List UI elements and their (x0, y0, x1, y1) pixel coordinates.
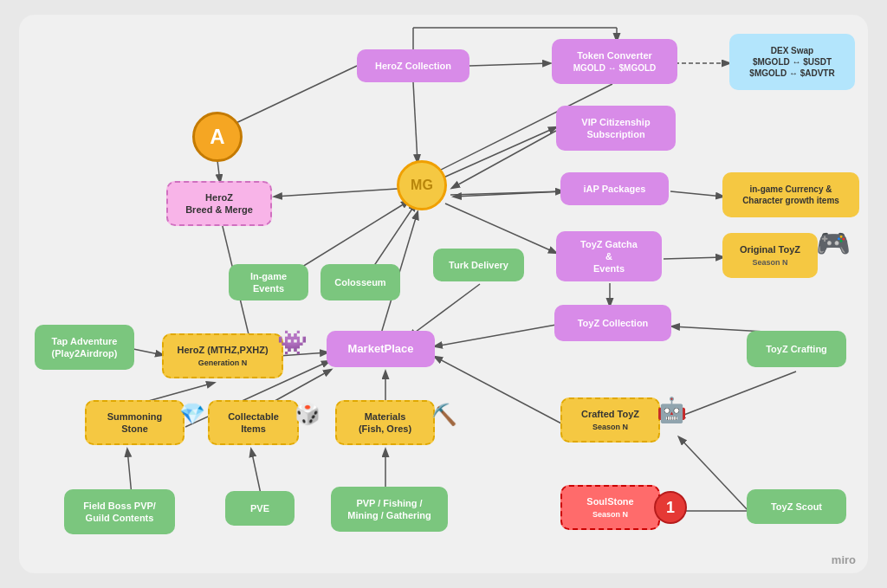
svg-line-6 (450, 191, 563, 195)
token-converter-label: Token ConverterMGOLD ↔ $MGOLD (573, 49, 657, 74)
ingame-events-label: In-gameEvents (250, 270, 287, 295)
pixel-char-collectable: 🎲 (295, 402, 320, 426)
svg-line-3 (452, 131, 556, 188)
summoning-stone-label: SummoningStone (107, 410, 163, 436)
svg-line-16 (435, 325, 556, 346)
tap-adventure-label: Tap Adventure(Play2Airdrop) (52, 335, 118, 360)
field-boss-node: Field Boss PVP/Guild Contents (64, 489, 175, 534)
heroz-breed-label: HeroZBreed & Merge (185, 191, 253, 216)
summoning-stone-node: SummoningStone (85, 400, 185, 445)
miro-logo: miro (832, 553, 856, 566)
marketplace-label: MarketPlace (348, 342, 414, 357)
pvp-fishing-label: PVP / Fishing /Mining / Gathering (347, 497, 431, 522)
toyz-collection-label: ToyZ Collection (578, 317, 649, 329)
ingame-currency-label: in-game Currency &Character growth items (742, 184, 839, 206)
vip-citizenship-label: VIP CitizenshipSubscription (581, 116, 650, 141)
miro-text: miro (832, 553, 856, 566)
pve-node: PVE (225, 491, 295, 526)
turk-delivery-node: Turk Delivery (433, 249, 524, 281)
heroz-breed-node: HeroZBreed & Merge (166, 181, 272, 226)
svg-line-23 (133, 349, 163, 355)
iap-packages-node: iAP Packages (560, 172, 669, 205)
svg-line-5 (444, 127, 556, 178)
ingame-currency-node: in-game Currency &Character growth items (722, 172, 859, 217)
materials-label: Materials(Fish, Ores) (359, 410, 411, 436)
icon-a-symbol: A (210, 125, 224, 149)
iap-packages-label: iAP Packages (584, 183, 646, 195)
svg-line-7 (445, 204, 556, 253)
turk-delivery-label: Turk Delivery (449, 259, 508, 271)
original-toyz-label: Original ToyZSeason N (740, 243, 800, 268)
materials-node: Materials(Fish, Ores) (335, 400, 435, 445)
toyz-scout-node: ToyZ Scout (747, 489, 846, 524)
svg-line-4 (454, 191, 563, 197)
soulstone-node: SoulStoneSeason N (560, 485, 660, 530)
heroz-collection-node: HeroZ Collection (357, 49, 469, 82)
toyz-crafting-node: ToyZ Crafting (747, 331, 846, 367)
collectable-items-node: CollectableItems (208, 400, 299, 445)
svg-line-19 (677, 372, 796, 417)
heroz-gen-label: HeroZ (MTHZ,PXHZ)Generation N (177, 344, 268, 369)
pixel-char-materials: ⛏️ (431, 403, 457, 427)
icon-mg-symbol: MG (411, 178, 433, 193)
pixel-char-heroz-gen: 👾 (277, 328, 308, 357)
marketplace-node: MarketPlace (327, 331, 435, 367)
icon-mg: MG (397, 160, 447, 210)
crafted-toyz-node: Crafted ToyZSeason N (560, 397, 660, 443)
pixel-char-summoning: 💎 (179, 402, 205, 426)
ingame-events-node: In-gameEvents (229, 264, 308, 300)
soulstone-label: SoulStoneSeason N (586, 495, 633, 520)
toyz-crafting-label: ToyZ Crafting (766, 343, 827, 355)
svg-line-8 (275, 188, 411, 197)
svg-line-33 (227, 66, 357, 127)
heroz-gen-node: HeroZ (MTHZ,PXHZ)Generation N (162, 333, 283, 378)
toyz-scout-label: ToyZ Scout (771, 501, 822, 513)
tap-adventure-node: Tap Adventure(Play2Airdrop) (35, 325, 134, 370)
pixel-char-crafted: 🤖 (657, 396, 687, 424)
pixel-char-original-toyz: 🎮 (816, 227, 851, 260)
svg-line-13 (409, 284, 480, 337)
heroz-collection-label: HeroZ Collection (375, 60, 451, 72)
icon-a: A (192, 112, 243, 162)
token-converter-node: Token ConverterMGOLD ↔ $MGOLD (552, 39, 677, 84)
vip-citizenship-node: VIP CitizenshipSubscription (556, 106, 676, 151)
toyz-gatcha-label: ToyZ Gatcha&Events (580, 238, 638, 275)
colosseum-node: Colosseum (320, 264, 400, 300)
crafted-toyz-label: Crafted ToyZSeason N (581, 408, 639, 433)
svg-line-20 (679, 437, 748, 511)
svg-line-9 (413, 82, 418, 162)
dex-swap-node: DEX Swap$MGOLD ↔ $USDT$MGOLD ↔ $ADVTR (729, 34, 855, 90)
svg-line-34 (670, 191, 723, 197)
toyz-gatcha-node: ToyZ Gatcha&Events (556, 231, 662, 281)
field-boss-label: Field Boss PVP/Guild Contents (83, 500, 156, 525)
colosseum-label: Colosseum (334, 276, 385, 288)
soulstone-badge: 1 (654, 491, 687, 524)
svg-line-15 (664, 257, 723, 259)
svg-line-0 (469, 63, 550, 66)
pvp-fishing-node: PVP / Fishing /Mining / Gathering (331, 487, 448, 532)
soulstone-number: 1 (666, 499, 675, 517)
dex-swap-label: DEX Swap$MGOLD ↔ $USDT$MGOLD ↔ $ADVTR (749, 45, 834, 79)
original-toyz-node: Original ToyZSeason N (722, 233, 818, 278)
toyz-collection-node: ToyZ Collection (554, 305, 671, 341)
diagram-canvas: HeroZ Collection Token ConverterMGOLD ↔ … (19, 15, 868, 573)
collectable-items-label: CollectableItems (228, 410, 279, 436)
pve-label: PVE (250, 502, 269, 514)
